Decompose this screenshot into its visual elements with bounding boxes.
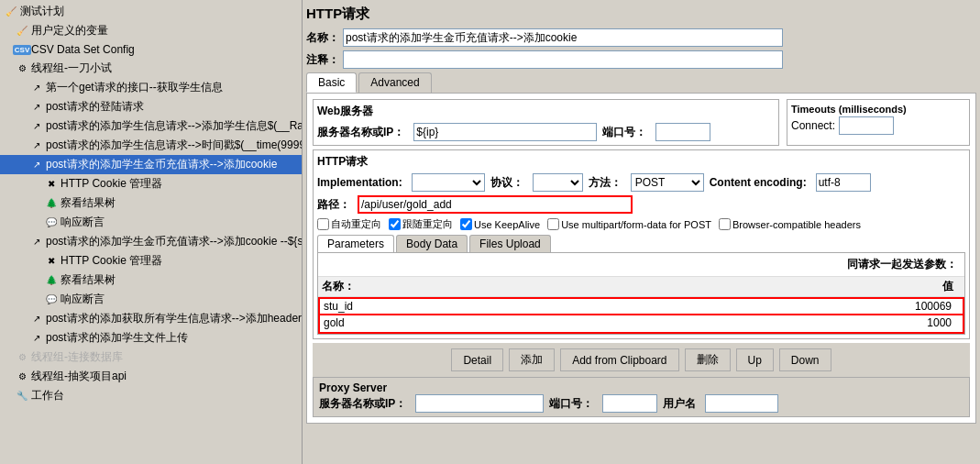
proxy-server-input[interactable] [415, 394, 544, 413]
cb-follow-label[interactable]: 跟随重定向 [389, 217, 453, 231]
tree-panel: 🧹 测试计划 🧹 用户定义的变量 CSV CSV Data Set Config… [0, 0, 303, 464]
tab-advanced[interactable]: Advanced [358, 72, 431, 93]
tree-item-thread-lottery[interactable]: ⚙ 线程组-抽奖项目api [0, 367, 302, 386]
tree-item-thread-group[interactable]: ⚙ 线程组-一刀小试 [0, 59, 302, 78]
cookie-icon: ✖ [44, 177, 59, 192]
panel-title: HTTP请求 [306, 4, 976, 25]
param-name-stuid: stu_id [324, 300, 638, 313]
proxy-port-input[interactable] [602, 394, 657, 413]
tree-item-label: 测试计划 [20, 4, 64, 19]
thread-icon: ⚙ [15, 61, 29, 76]
cb-redirect[interactable] [317, 218, 329, 230]
name-input[interactable] [343, 28, 783, 47]
notes-row: 注释： [306, 50, 976, 69]
main-tabs: Basic Advanced [306, 72, 976, 93]
tab-basic[interactable]: Basic [306, 72, 357, 93]
cb-keepalive-label[interactable]: Use KeepAlive [460, 218, 540, 230]
path-input[interactable] [358, 195, 633, 214]
tree-item-label: 用户定义的变量 [31, 23, 108, 39]
post-icon: ↗ [29, 119, 44, 134]
detail-button[interactable]: Detail [451, 348, 503, 371]
tree-item-label: post请求的添加获取所有学生信息请求-->添加header信 [46, 311, 303, 326]
tree-item-label: 线程组-抽奖项目api [31, 369, 127, 384]
cb-redirect-label[interactable]: 自动重定向 [317, 217, 381, 231]
post-icon: ↗ [29, 312, 44, 326]
tree-item-label: post请求的添加学生文件上传 [46, 330, 188, 346]
post-icon: ↗ [29, 235, 44, 249]
param-row-gold[interactable]: gold 1000 [318, 315, 964, 334]
path-row: 路径： [317, 195, 965, 214]
tree-item-label: 工作台 [31, 388, 64, 403]
tree-item-post-login[interactable]: ↗ post请求的登陆请求 [0, 97, 302, 116]
tree-item-label: 第一个get请求的接口--获取学生信息 [46, 80, 223, 95]
add-clipboard-button[interactable]: Add from Clipboard [560, 348, 678, 371]
cb-follow[interactable] [389, 218, 401, 230]
tree-item-label: post请求的添加学生金币充值请求-->添加cookie --${si [46, 234, 303, 249]
tree-item-cookie-mgr-2[interactable]: ✖ HTTP Cookie 管理器 [0, 251, 302, 271]
tree-item-post-header[interactable]: ↗ post请求的添加获取所有学生信息请求-->添加header信 [0, 309, 302, 328]
cb-browser-label[interactable]: Browser-compatible headers [719, 218, 861, 230]
path-label: 路径： [317, 197, 350, 213]
cb-browser[interactable] [719, 218, 731, 230]
tree-item-post-gold-selected[interactable]: ↗ post请求的添加学生金币充值请求-->添加cookie [0, 155, 302, 174]
connect-input[interactable] [839, 116, 894, 135]
params-header: 同请求一起发送参数： [318, 253, 964, 277]
method-select[interactable]: POST GET [631, 173, 704, 192]
port-label: 端口号： [602, 125, 646, 140]
down-button[interactable]: Down [779, 348, 831, 371]
up-button[interactable]: Up [736, 348, 774, 371]
tree-item-label: HTTP Cookie 管理器 [61, 176, 162, 192]
server-name-label: 服务器名称或IP： [317, 125, 404, 140]
tree-item-http-get-1[interactable]: ↗ 第一个get请求的接口--获取学生信息 [0, 78, 302, 97]
encoding-input[interactable] [816, 173, 871, 192]
tree-item-post-gold2[interactable]: ↗ post请求的添加学生金币充值请求-->添加cookie --${si [0, 232, 302, 251]
method-label: 方法： [589, 175, 622, 191]
tree-item-cookie-mgr-1[interactable]: ✖ HTTP Cookie 管理器 [0, 174, 302, 193]
param-row-stuid[interactable]: stu_id 100069 [318, 297, 964, 315]
params-area: 同请求一起发送参数： 名称： 值 stu_id 100069 gold 1000 [317, 252, 965, 335]
impl-label: Implementation: [317, 176, 402, 189]
tree-item-csv[interactable]: CSV CSV Data Set Config [0, 40, 302, 59]
proxy-title: Proxy Server [319, 381, 387, 394]
proxy-port-label: 端口号： [549, 396, 593, 412]
resp-icon: 💬 [44, 215, 59, 230]
proto-select[interactable] [533, 173, 583, 192]
tree-item-resp-1[interactable]: 💬 响应断言 [0, 213, 302, 232]
tree-item-post-time[interactable]: ↗ post请求的添加学生信息请求-->时间戳$(__time(9999 [0, 136, 302, 155]
param-value-gold: 1000 [638, 316, 960, 331]
tree-item-test-plan[interactable]: 🧹 测试计划 [0, 2, 302, 21]
tree-item-user-vars[interactable]: 🧹 用户定义的变量 [0, 21, 302, 40]
cb-multipart-label[interactable]: Use multipart/form-data for POST [547, 218, 711, 230]
cb-multipart[interactable] [547, 218, 559, 230]
tree-item-result-tree-2[interactable]: 🌲 察看结果树 [0, 271, 302, 290]
name-row: 名称： [306, 28, 976, 47]
col-value-header: 值 [638, 279, 962, 294]
notes-label: 注释： [306, 52, 339, 68]
sub-tab-files[interactable]: Files Upload [469, 235, 551, 252]
cb-keepalive[interactable] [460, 218, 472, 230]
proxy-server-label: 服务器名称或IP： [319, 396, 406, 412]
right-panel: HTTP请求 名称： 注释： Basic Advanced Web服务器 服务器… [303, 0, 980, 464]
checkboxes-row: 自动重定向 跟随重定向 Use KeepAlive Use multipart/… [317, 217, 965, 231]
tree-item-label: CSV Data Set Config [31, 43, 135, 56]
delete-button[interactable]: 删除 [685, 348, 731, 371]
impl-select[interactable] [412, 173, 485, 192]
proxy-user-input[interactable] [705, 394, 778, 413]
tree-item-post-upload[interactable]: ↗ post请求的添加学生文件上传 [0, 328, 302, 348]
proto-label: 协议： [490, 175, 523, 191]
server-name-input[interactable] [413, 123, 597, 141]
tree-item-post-addinfo[interactable]: ↗ post请求的添加学生信息请求-->添加学生信息$(__Ran [0, 116, 302, 136]
sub-tab-body[interactable]: Body Data [396, 235, 468, 252]
tree-item-label: post请求的登陆请求 [46, 99, 144, 115]
tree-item-label: 察看结果树 [61, 195, 116, 211]
tree-item-result-tree-1[interactable]: 🌲 察看结果树 [0, 193, 302, 213]
add-button[interactable]: 添加 [509, 348, 555, 371]
tree-item-thread-db[interactable]: ⚙ 线程组-连接数据库 [0, 348, 302, 367]
port-input[interactable] [655, 123, 710, 141]
notes-input[interactable] [343, 50, 783, 69]
sub-tab-params[interactable]: Parameters [317, 235, 394, 252]
tree-item-workbench[interactable]: 🔧 工作台 [0, 386, 302, 405]
web-server-title: Web服务器 [317, 104, 775, 119]
timeouts-title: Timeouts (milliseconds) [791, 104, 965, 115]
tree-item-resp-2[interactable]: 💬 响应断言 [0, 290, 302, 309]
